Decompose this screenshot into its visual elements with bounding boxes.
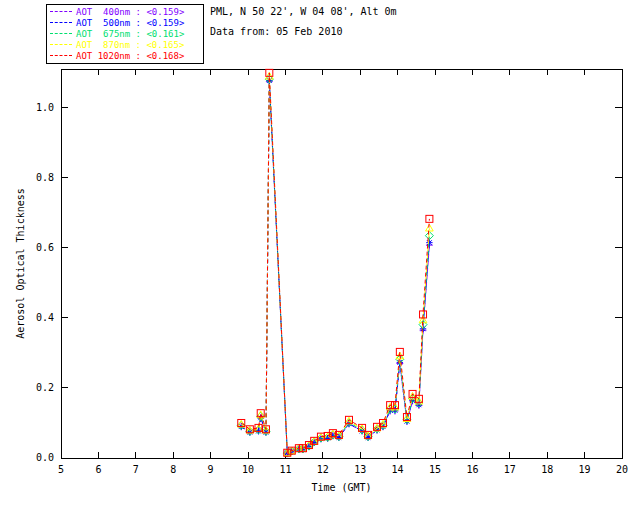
x-tick-label: 6 xyxy=(95,464,101,475)
x-tick-label: 15 xyxy=(429,464,441,475)
x-tick-label: 8 xyxy=(170,464,176,475)
legend-item-1020nm: AOT 1020nm : <0.168> xyxy=(50,50,200,61)
legend-line-sample-500nm xyxy=(50,22,72,23)
legend-item-500nm: AOT 500nm : <0.159> xyxy=(50,17,200,28)
legend-line-sample-400nm xyxy=(50,11,72,12)
legend-label-400nm: AOT 400nm : <0.159> xyxy=(76,7,184,17)
x-tick-label: 20 xyxy=(616,464,628,475)
x-tick-label: 12 xyxy=(317,464,329,475)
series-line-500nm xyxy=(241,81,429,454)
x-tick-label: 13 xyxy=(354,464,366,475)
y-tick-label: 0.2 xyxy=(36,382,54,393)
legend-line-sample-1020nm xyxy=(50,55,72,56)
header-block: PML, N 50 22', W 04 08', Alt 0m Data fro… xyxy=(210,6,397,37)
plot-frame xyxy=(61,69,622,458)
legend-label-1020nm: AOT 1020nm : <0.168> xyxy=(76,51,184,61)
y-tick-label: 1.0 xyxy=(36,102,54,113)
legend-label-675nm: AOT 675nm : <0.161> xyxy=(76,29,184,39)
x-tick-label: 11 xyxy=(279,464,291,475)
x-tick-label: 19 xyxy=(579,464,591,475)
y-tick-label: 0.0 xyxy=(36,452,54,463)
legend-box: AOT 400nm : <0.159>AOT 500nm : <0.159>AO… xyxy=(46,4,204,64)
sun-photometer-chart: 5678910111213141516171819200.00.20.40.60… xyxy=(0,0,640,512)
legend-item-675nm: AOT 675nm : <0.161> xyxy=(50,28,200,39)
y-tick-label: 0.4 xyxy=(36,312,54,323)
x-tick-label: 5 xyxy=(58,464,64,475)
legend-label-870nm: AOT 870nm : <0.165> xyxy=(76,40,184,50)
legend-item-870nm: AOT 870nm : <0.165> xyxy=(50,39,200,50)
legend-label-500nm: AOT 500nm : <0.159> xyxy=(76,18,184,28)
x-tick-label: 7 xyxy=(133,464,139,475)
chart-canvas: 5678910111213141516171819200.00.20.40.60… xyxy=(0,0,640,512)
x-tick-label: 9 xyxy=(208,464,214,475)
x-tick-label: 18 xyxy=(541,464,553,475)
series-line-675nm xyxy=(241,79,429,453)
x-tick-label: 14 xyxy=(392,464,404,475)
x-tick-label: 16 xyxy=(466,464,478,475)
data-date-text: Data from: 05 Feb 2010 xyxy=(210,26,397,37)
series-line-1020nm xyxy=(241,73,429,453)
aot-plot-area: 5678910111213141516171819200.00.20.40.60… xyxy=(0,0,640,512)
series-line-400nm xyxy=(241,82,429,454)
y-tick-label: 0.6 xyxy=(36,242,54,253)
x-axis-label: Time (GMT) xyxy=(311,482,371,493)
station-location-text: PML, N 50 22', W 04 08', Alt 0m xyxy=(210,6,397,17)
legend-line-sample-870nm xyxy=(50,44,72,45)
series-line-870nm xyxy=(241,76,429,453)
x-tick-label: 17 xyxy=(504,464,516,475)
legend-line-sample-675nm xyxy=(50,33,72,34)
y-tick-label: 0.8 xyxy=(36,172,54,183)
x-tick-label: 10 xyxy=(242,464,254,475)
y-axis-label: Aerosol Optical Thickness xyxy=(15,188,26,339)
legend-item-400nm: AOT 400nm : <0.159> xyxy=(50,6,200,17)
